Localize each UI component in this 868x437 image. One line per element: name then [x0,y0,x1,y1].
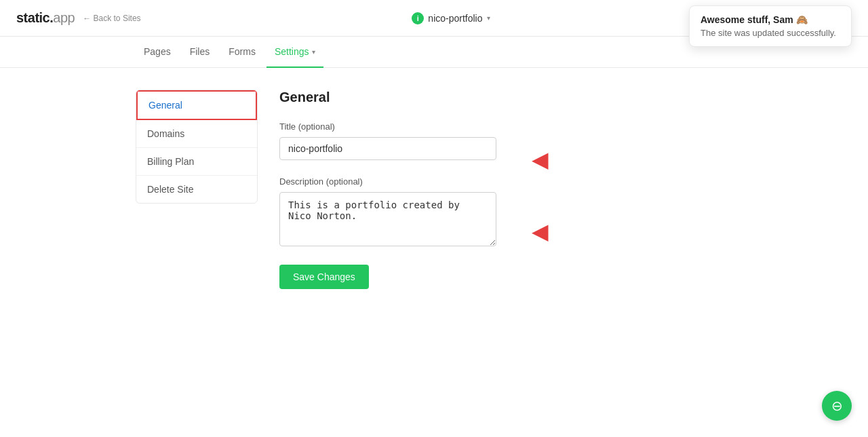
save-changes-button[interactable]: Save Changes [279,265,369,289]
sidebar-item-general[interactable]: General [136,90,257,120]
settings-content: General Title (optional) ◀ Description (… [279,90,732,289]
logo-app: app [53,10,75,25]
description-label: Description (optional) [279,176,732,187]
tab-files[interactable]: Files [182,37,218,68]
site-name: nico-portfolio [428,13,482,24]
tab-forms[interactable]: Forms [220,37,264,68]
logo: static.app [16,10,75,26]
settings-chevron-icon: ▾ [312,48,315,56]
success-toast: Awesome stuff, Sam 🙈 The site was update… [689,5,852,47]
page-title: General [279,90,732,105]
toast-title: Awesome stuff, Sam 🙈 [701,14,840,25]
tab-settings[interactable]: Settings ▾ [267,37,323,68]
site-selector[interactable]: i nico-portfolio ▾ [412,12,490,24]
settings-sidebar: General Domains Billing Plan Delete Site [136,90,258,204]
title-label: Title (optional) [279,121,732,132]
back-to-sites-link[interactable]: ← Back to Sites [83,14,140,23]
toast-body: The site was updated successfully. [701,28,840,38]
title-form-group: Title (optional) ◀ [279,121,732,160]
chevron-down-icon: ▾ [487,14,490,22]
header-left: static.app ← Back to Sites [16,10,141,26]
header: static.app ← Back to Sites i nico-portfo… [0,0,868,37]
sidebar-item-delete-site[interactable]: Delete Site [136,176,257,203]
title-input[interactable] [279,137,496,160]
description-form-group: Description (optional) This is a portfol… [279,176,732,248]
site-status-icon: i [412,12,424,24]
tab-pages[interactable]: Pages [136,37,179,68]
main-layout: General Domains Billing Plan Delete Site… [0,68,868,311]
description-input[interactable]: This is a portfolio created by Nico Nort… [279,192,496,246]
logo-static: static [16,10,50,25]
sidebar-item-billing-plan[interactable]: Billing Plan [136,148,257,176]
sidebar-item-domains[interactable]: Domains [136,120,257,148]
